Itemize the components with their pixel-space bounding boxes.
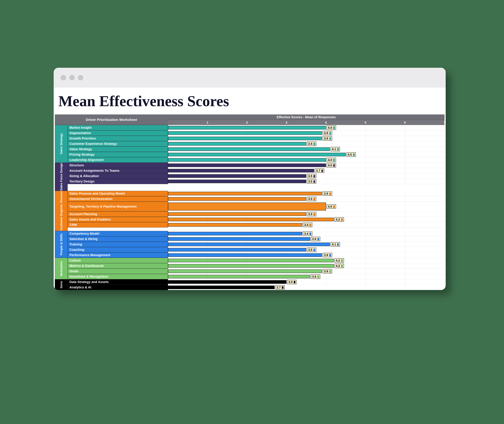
value-label: 3.0 [287,280,297,284]
value-marker [333,127,335,129]
table-row: Metrics & Dashboards4.2 [68,263,444,268]
x-axis: 1234567 [168,120,444,125]
value-label: 3.4 [303,231,312,236]
driver-label: Sales Assets and Enablers [68,217,168,222]
table-row: Pricing Strategy4.5 [68,152,444,157]
driver-label: Leadership Alignment [68,157,168,162]
value-marker [353,154,355,156]
bar-cell: 3.0 [168,279,444,285]
category-cell: Sales Strategy [55,125,68,162]
value-label: 4.1 [331,147,340,151]
table-row: Sizing & Allocation3.5 [68,173,444,179]
value-marker [314,249,315,251]
value-marker [314,181,315,183]
driver-label: Goals [68,268,168,274]
score-bar [168,203,326,211]
score-bar [168,218,334,221]
driver-label: Training [68,242,168,247]
value-label: 3.9 [323,131,332,135]
table-row: Incentives & Recognition3.6 [68,274,444,279]
value-label: 3.9 [323,191,332,196]
score-bar [168,197,306,201]
bar-cell: 3.5 [168,247,444,252]
value-marker [310,233,311,235]
bar-cell: 4.0 [168,157,444,162]
driver-label: Analytics & AI [68,285,168,290]
table-row: Targeting, Territory & Pipeline Manageme… [68,202,444,212]
table-row: Value Strategy4.1 [68,146,444,152]
axis-title: Effective Scores - Mean of Responses [168,114,444,120]
bar-cell: 4.5 [168,152,444,157]
table-row: Analytics & AI2.7 [68,285,444,290]
value-marker [314,198,315,200]
bar-cell: 3.9 [168,191,444,196]
score-bar [168,223,302,227]
bar-cell: 4.0 [168,202,444,212]
score-bar [168,163,326,167]
table-row: Territory Design3.5 [68,179,444,184]
value-marker [333,206,335,208]
value-marker [341,265,343,267]
driver-label: Market Insight [68,125,168,130]
driver-label: Performance Management [68,252,168,258]
driver-label: Account Planning [68,212,168,217]
value-label: 4.1 [331,242,340,246]
window-dot[interactable] [69,75,75,80]
value-marker [329,254,331,256]
table-row: Training4.1 [68,242,444,247]
axis-tick: 7 [443,120,445,125]
value-marker [317,238,319,240]
score-bar [168,237,310,241]
table-row: Culture4.2 [68,258,444,263]
value-label: 4.2 [335,217,344,222]
bar-cell: 4.1 [168,146,444,152]
value-label: 4.0 [327,204,336,209]
value-label: 4.0 [327,163,336,168]
score-bar [168,169,314,172]
driver-label: Targeting, Territory & Pipeline Manageme… [68,202,168,212]
bar-cell: 3.4 [168,222,444,228]
driver-label: Culture [68,258,168,263]
bar-cell: 3.7 [168,168,444,173]
value-label: 3.5 [307,174,316,178]
category-label: Customer Engmnt. Process [60,191,63,231]
score-bar [168,126,326,129]
driver-label: Metrics & Dashboards [68,263,168,268]
axis-tick: 3 [285,120,287,125]
bar-cell: 4.2 [168,263,444,268]
score-bar [168,174,306,178]
app-window: Mean Effectiveness Scores Driver Priorit… [54,68,446,290]
bar-cell: 3.9 [168,130,444,136]
value-marker [341,218,343,221]
bar-cell: 3.9 [168,252,444,258]
driver-label: Selection & Hiring [68,236,168,242]
axis-tick: 1 [206,120,208,125]
table-row: Omnichannel Orchestration3.5 [68,196,444,202]
value-label: 4.0 [327,158,336,162]
value-label: 3.5 [307,197,316,201]
axis-tick: 6 [404,120,406,125]
bar-cell: 4.0 [168,162,444,168]
content-area: Mean Effectiveness Scores Driver Priorit… [54,87,446,290]
category-label: tions [60,281,63,288]
driver-label: Value Strategy [68,146,168,152]
score-bar [168,212,306,216]
score-bar [168,142,306,145]
score-bar [168,269,322,273]
table-row: Data Strategy and Assets3.0 [68,279,444,285]
window-dot[interactable] [78,75,83,80]
driver-label: Omnichannel Orchestration [68,196,168,202]
value-label: 3.9 [323,136,332,141]
value-label: 4.0 [327,125,336,130]
score-bar [168,192,322,195]
window-dot[interactable] [61,75,66,80]
value-label: 3.5 [307,142,316,146]
value-label: 2.7 [275,285,285,289]
bar-cell: 3.5 [168,179,444,184]
value-label: 3.6 [311,274,320,279]
value-marker [329,137,331,140]
value-label: 3.6 [311,237,320,241]
category-label: People & Skills [60,233,63,255]
table-row: Goals3.9 [68,268,444,274]
value-label: 4.5 [346,152,356,157]
